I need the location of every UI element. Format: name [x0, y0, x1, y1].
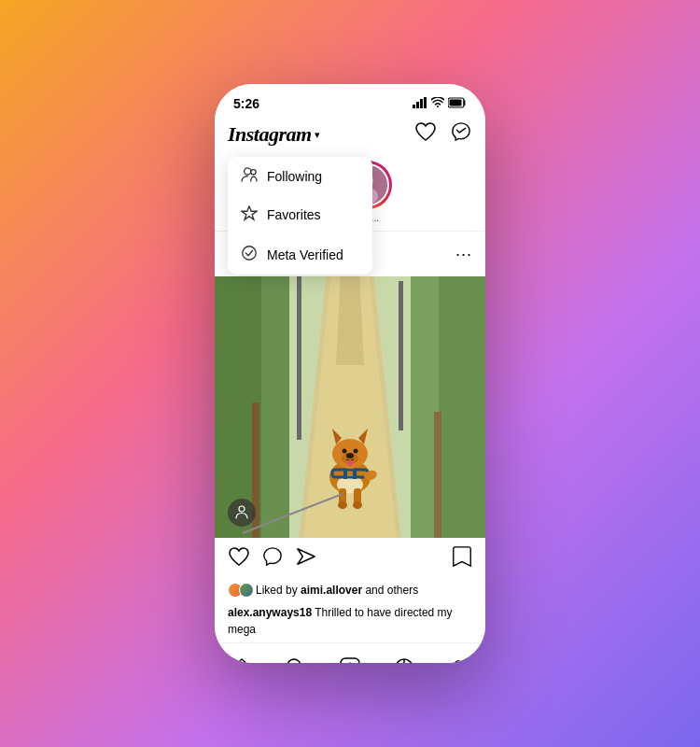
svg-rect-1: [416, 102, 419, 108]
svg-point-57: [239, 506, 245, 512]
following-icon: [241, 167, 258, 185]
battery-icon: [448, 95, 467, 112]
user-tag-overlay[interactable]: [228, 499, 256, 527]
svg-point-50: [346, 453, 354, 458]
caption-username[interactable]: alex.anyways18: [228, 606, 312, 619]
nav-profile-button[interactable]: [440, 651, 477, 663]
dropdown-item-favorites[interactable]: Favorites: [228, 195, 372, 234]
liked-by-label: Liked by: [256, 584, 298, 597]
caption-text: alex.anyways18 Thrilled to have directed…: [228, 606, 453, 636]
svg-rect-2: [420, 99, 423, 108]
svg-rect-5: [450, 100, 462, 106]
status-icons: [413, 95, 467, 112]
meta-verified-label: Meta Verified: [267, 247, 343, 262]
status-time: 5:26: [233, 96, 259, 111]
svg-rect-3: [424, 97, 427, 108]
user-tag-icon: [234, 504, 249, 522]
favorites-label: Favorites: [267, 207, 321, 222]
nav-reels-button[interactable]: [385, 651, 423, 663]
likes-avatars: [228, 583, 250, 598]
svg-rect-0: [413, 105, 415, 108]
nav-search-button[interactable]: [277, 651, 315, 663]
dropdown-menu: Following Favorites Meta Verified: [228, 157, 372, 275]
svg-rect-42: [343, 468, 347, 479]
logo-text: Instagram: [228, 122, 312, 147]
favorites-icon: [241, 205, 258, 224]
instagram-logo[interactable]: Instagram ▾: [228, 122, 320, 147]
likes-row: Liked by aimi.allover and others: [215, 581, 485, 601]
meta-verified-icon: [241, 245, 258, 264]
svg-rect-38: [434, 412, 441, 538]
svg-point-69: [455, 661, 462, 663]
svg-point-58: [287, 659, 301, 663]
chevron-down-icon[interactable]: ▾: [315, 129, 320, 141]
post-more-button[interactable]: ···: [455, 245, 472, 264]
svg-rect-36: [399, 281, 403, 430]
svg-point-8: [243, 247, 256, 260]
svg-rect-32: [439, 276, 485, 538]
phone-frame: 5:26 Instagram ▾: [215, 84, 485, 663]
svg-point-7: [251, 170, 256, 175]
like-button[interactable]: [228, 546, 250, 572]
heart-icon[interactable]: [414, 121, 437, 148]
dropdown-item-following[interactable]: Following: [228, 157, 372, 195]
svg-rect-43: [353, 468, 357, 479]
likes-text: Liked by aimi.allover and others: [256, 584, 418, 597]
svg-point-51: [347, 460, 353, 466]
post-image: [215, 276, 485, 538]
following-label: Following: [267, 169, 322, 184]
signal-icon: [413, 97, 427, 111]
svg-point-6: [245, 168, 251, 175]
svg-point-55: [353, 501, 362, 509]
caption-row: alex.anyways18 Thrilled to have directed…: [215, 601, 485, 642]
bottom-nav: [215, 642, 485, 663]
svg-rect-35: [297, 276, 301, 440]
dropdown-item-meta-verified[interactable]: Meta Verified: [228, 234, 372, 275]
wifi-icon: [431, 97, 444, 111]
status-bar: 5:26: [215, 84, 485, 118]
svg-point-47: [343, 449, 347, 454]
liker-name[interactable]: aimi.allover: [301, 584, 362, 597]
like-avatar-2: [239, 583, 254, 598]
likes-suffix: and others: [365, 584, 418, 597]
messenger-icon[interactable]: [450, 121, 472, 148]
nav-icons: [414, 121, 472, 148]
nav-add-button[interactable]: [331, 651, 369, 663]
post-actions: [215, 538, 485, 581]
top-nav: Instagram ▾ Following Favor: [215, 118, 485, 155]
comment-button[interactable]: [261, 546, 284, 572]
bookmark-button[interactable]: [452, 545, 472, 573]
nav-home-button[interactable]: [223, 651, 260, 663]
svg-point-54: [338, 501, 347, 509]
svg-point-48: [354, 449, 358, 454]
svg-marker-34: [336, 276, 364, 365]
action-icons-left: [228, 546, 452, 572]
share-button[interactable]: [295, 546, 317, 572]
